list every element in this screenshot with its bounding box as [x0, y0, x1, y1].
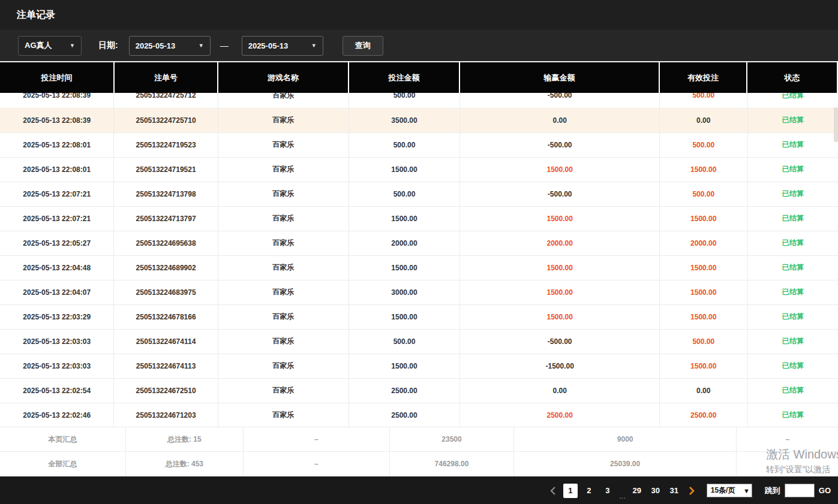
- jump-page-input[interactable]: [785, 484, 815, 497]
- cell-bet-time: 2025-05-13 22:03:03: [0, 329, 114, 354]
- cell-game-name: 百家乐: [218, 304, 349, 329]
- cell-order-number: 250513224719521: [114, 157, 218, 182]
- prev-page-button[interactable]: [547, 484, 559, 498]
- cell-game-name: 百家乐: [218, 206, 349, 231]
- date-to-value: 2025-05-13: [248, 41, 289, 50]
- cell-valid-bet: 1500.00: [659, 255, 747, 280]
- table-row[interactable]: 2025-05-13 22:07:21 250513224713798 百家乐 …: [0, 182, 838, 206]
- cell-bet-amount: 3000.00: [349, 280, 460, 304]
- cell-order-number: 250513224725710: [114, 108, 218, 132]
- filter-bar: AG真人 ▼ 日期: 2025-05-13 ▼ — 2025-05-13 ▼ 查…: [0, 30, 838, 61]
- summary-winloss-total: 25039.00: [513, 452, 737, 476]
- chevron-down-icon: ▼: [70, 43, 75, 49]
- table-row[interactable]: 2025-05-13 22:08:01 250513224719523 百家乐 …: [0, 132, 838, 157]
- page-header: 注单记录: [0, 0, 838, 30]
- chevron-left-icon: [550, 487, 556, 495]
- cell-status: 已结算: [747, 157, 838, 182]
- cell-bet-amount: 2500.00: [349, 403, 460, 427]
- cell-game-name: 百家乐: [218, 231, 349, 255]
- table-row[interactable]: 2025-05-13 22:08:39 250513224725712 百家乐 …: [0, 93, 838, 108]
- cell-winloss-amount: 1500.00: [460, 255, 659, 280]
- table-row[interactable]: 2025-05-13 22:04:48 250513224689902 百家乐 …: [0, 255, 838, 280]
- cell-order-number: 250513224683975: [114, 280, 218, 304]
- cell-winloss-amount: -500.00: [460, 182, 659, 206]
- table-row[interactable]: 2025-05-13 22:08:01 250513224719521 百家乐 …: [0, 157, 838, 182]
- cell-status: 已结算: [747, 280, 838, 304]
- page-size-select[interactable]: 15条/页 ▼: [707, 484, 752, 497]
- date-to-select[interactable]: 2025-05-13 ▼: [242, 36, 323, 56]
- cell-bet-time: 2025-05-13 22:05:27: [0, 231, 114, 255]
- column-header: 注单号: [114, 62, 218, 93]
- page-button[interactable]: 1: [563, 484, 578, 498]
- table-row[interactable]: 2025-05-13 22:05:27 250513224695638 百家乐 …: [0, 231, 838, 255]
- page-size-value: 15条/页: [711, 485, 735, 496]
- page-button[interactable]: 31: [667, 484, 681, 498]
- column-header: 游戏名称: [218, 62, 349, 93]
- scrollbar-thumb[interactable]: [834, 107, 838, 142]
- cell-bet-time: 2025-05-13 22:08:39: [0, 108, 114, 132]
- page-button[interactable]: 29: [630, 484, 644, 498]
- chevron-down-icon: ▼: [199, 43, 204, 49]
- column-header: 状态: [747, 62, 837, 93]
- cell-game-name: 百家乐: [218, 255, 349, 280]
- table-row[interactable]: 2025-05-13 22:03:03 250513224674114 百家乐 …: [0, 329, 838, 354]
- cell-valid-bet: 0.00: [659, 108, 747, 132]
- query-button[interactable]: 查询: [343, 36, 383, 56]
- go-button[interactable]: GO: [819, 486, 831, 495]
- cell-status: 已结算: [747, 329, 838, 354]
- table-row[interactable]: 2025-05-13 22:03:29 250513224678166 百家乐 …: [0, 304, 838, 329]
- table-row[interactable]: 2025-05-13 22:02:46 250513224671203 百家乐 …: [0, 403, 838, 427]
- cell-game-name: 百家乐: [218, 354, 349, 378]
- cell-valid-bet: 500.00: [659, 93, 747, 108]
- page-button[interactable]: 30: [648, 484, 663, 498]
- cell-valid-bet: 500.00: [659, 132, 747, 157]
- summary-bet-total: 23500: [390, 427, 514, 452]
- cell-bet-amount: 1500.00: [349, 354, 460, 378]
- page-button[interactable]: 3: [600, 484, 615, 498]
- cell-order-number: 250513224713798: [114, 182, 218, 206]
- cell-bet-time: 2025-05-13 22:04:48: [0, 255, 114, 280]
- cell-game-name: 百家乐: [218, 132, 349, 157]
- cell-bet-amount: 1500.00: [349, 206, 460, 231]
- summary-row: 本页汇总 总注数: 15 – 23500 9000 –: [0, 427, 838, 452]
- cell-status: 已结算: [747, 206, 838, 231]
- cell-bet-time: 2025-05-13 22:08:01: [0, 132, 114, 157]
- cell-valid-bet: 1500.00: [659, 206, 747, 231]
- cell-game-name: 百家乐: [218, 280, 349, 304]
- cell-winloss-amount: 1500.00: [460, 157, 659, 182]
- summary-bet-total: 746298.00: [390, 452, 514, 476]
- cell-order-number: 250513224725712: [114, 93, 218, 108]
- cell-game-name: 百家乐: [218, 329, 349, 354]
- cell-order-number: 250513224671203: [114, 403, 218, 427]
- cell-valid-bet: 2500.00: [659, 403, 747, 427]
- cell-winloss-amount: 1500.00: [460, 280, 659, 304]
- cell-winloss-amount: 1500.00: [460, 206, 659, 231]
- summary-label: 本页汇总: [0, 427, 126, 452]
- cell-status: 已结算: [747, 132, 838, 157]
- summary-tail-cell: –: [737, 427, 838, 452]
- page-button[interactable]: 2: [582, 484, 596, 498]
- cell-bet-time: 2025-05-13 22:07:21: [0, 182, 114, 206]
- records-table-body: 2025-05-13 22:08:39 250513224725712 百家乐 …: [0, 93, 838, 427]
- cell-game-name: 百家乐: [218, 403, 349, 427]
- table-row[interactable]: 2025-05-13 22:07:21 250513224713797 百家乐 …: [0, 206, 838, 231]
- date-from-select[interactable]: 2025-05-13 ▼: [129, 36, 211, 56]
- cell-bet-amount: 1500.00: [349, 255, 460, 280]
- table-row[interactable]: 2025-05-13 22:02:54 250513224672510 百家乐 …: [0, 378, 838, 403]
- game-type-select[interactable]: AG真人 ▼: [18, 36, 82, 56]
- cell-order-number: 250513224674114: [114, 329, 218, 354]
- cell-bet-amount: 1500.00: [349, 157, 460, 182]
- cell-order-number: 250513224719523: [114, 132, 218, 157]
- vertical-scrollbar[interactable]: [834, 93, 838, 427]
- cell-winloss-amount: 1500.00: [460, 304, 659, 329]
- cell-order-number: 250513224713797: [114, 206, 218, 231]
- cell-winloss-amount: -500.00: [460, 93, 659, 108]
- cell-valid-bet: 500.00: [659, 329, 747, 354]
- table-row[interactable]: 2025-05-13 22:03:03 250513224674113 百家乐 …: [0, 354, 838, 378]
- cell-bet-time: 2025-05-13 22:02:46: [0, 403, 114, 427]
- cell-bet-time: 2025-05-13 22:04:07: [0, 280, 114, 304]
- next-page-button[interactable]: [686, 484, 698, 498]
- table-row[interactable]: 2025-05-13 22:04:07 250513224683975 百家乐 …: [0, 280, 838, 304]
- table-row[interactable]: 2025-05-13 22:08:39 250513224725710 百家乐 …: [0, 108, 838, 132]
- cell-bet-time: 2025-05-13 22:03:29: [0, 304, 114, 329]
